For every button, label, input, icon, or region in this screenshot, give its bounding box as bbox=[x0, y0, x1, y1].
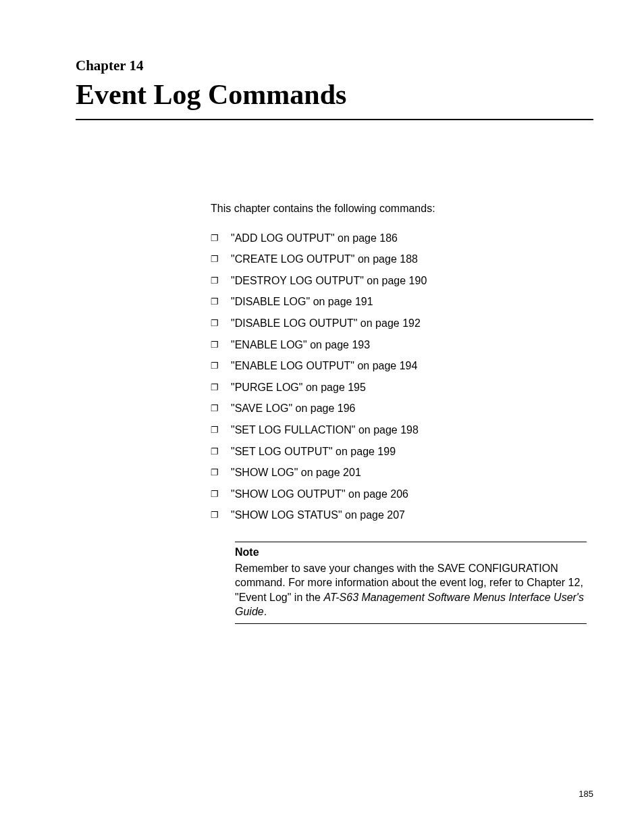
list-item: ❐"ENABLE LOG" on page 193 bbox=[211, 338, 593, 353]
document-page: Chapter 14 Event Log Commands This chapt… bbox=[0, 0, 644, 624]
list-text: "PURGE LOG" on page 195 bbox=[231, 382, 366, 393]
bullet-icon: ❐ bbox=[211, 382, 219, 394]
list-text: "ENABLE LOG OUTPUT" on page 194 bbox=[231, 360, 417, 371]
list-text: "ENABLE LOG" on page 193 bbox=[231, 339, 370, 350]
note-top-rule bbox=[235, 542, 587, 542]
note-body: Remember to save your changes with the S… bbox=[235, 561, 587, 619]
bullet-icon: ❐ bbox=[211, 467, 219, 479]
list-item: ❐"SET LOG OUTPUT" on page 199 bbox=[211, 444, 593, 459]
page-number: 185 bbox=[579, 789, 593, 799]
intro-text: This chapter contains the following comm… bbox=[211, 201, 593, 216]
list-text: "DISABLE LOG OUTPUT" on page 192 bbox=[231, 317, 421, 329]
bullet-icon: ❐ bbox=[211, 402, 219, 415]
list-text: "ADD LOG OUTPUT" on page 186 bbox=[231, 232, 398, 244]
bullet-icon: ❐ bbox=[211, 424, 219, 436]
list-text: "SAVE LOG" on page 196 bbox=[231, 402, 356, 414]
note-heading: Note bbox=[235, 545, 587, 560]
list-item: ❐"SHOW LOG OUTPUT" on page 206 bbox=[211, 487, 593, 502]
list-item: ❐"SHOW LOG STATUS" on page 207 bbox=[211, 508, 593, 523]
list-text: "SHOW LOG" on page 201 bbox=[231, 467, 361, 478]
bullet-icon: ❐ bbox=[211, 296, 219, 308]
list-item: ❐"SAVE LOG" on page 196 bbox=[211, 401, 593, 416]
note-box: Note Remember to save your changes with … bbox=[235, 542, 587, 624]
list-text: "SHOW LOG OUTPUT" on page 206 bbox=[231, 488, 408, 500]
list-item: ❐"DISABLE LOG OUTPUT" on page 192 bbox=[211, 316, 593, 331]
bullet-icon: ❐ bbox=[211, 232, 219, 244]
bullet-icon: ❐ bbox=[211, 275, 219, 287]
list-item: ❐"DESTROY LOG OUTPUT" on page 190 bbox=[211, 273, 593, 288]
list-item: ❐"CREATE LOG OUTPUT" on page 188 bbox=[211, 252, 593, 267]
bullet-icon: ❐ bbox=[211, 509, 219, 521]
title-rule bbox=[76, 119, 593, 120]
note-bottom-rule bbox=[235, 623, 587, 624]
bullet-icon: ❐ bbox=[211, 446, 219, 458]
list-item: ❐"SHOW LOG" on page 201 bbox=[211, 465, 593, 480]
list-text: "DESTROY LOG OUTPUT" on page 190 bbox=[231, 275, 427, 286]
content-block: This chapter contains the following comm… bbox=[211, 201, 593, 624]
bullet-icon: ❐ bbox=[211, 488, 219, 500]
list-item: ❐"SET LOG FULLACTION" on page 198 bbox=[211, 423, 593, 438]
list-item: ❐"DISABLE LOG" on page 191 bbox=[211, 294, 593, 309]
list-text: "SET LOG FULLACTION" on page 198 bbox=[231, 424, 419, 436]
list-text: "CREATE LOG OUTPUT" on page 188 bbox=[231, 253, 418, 265]
list-item: ❐"ENABLE LOG OUTPUT" on page 194 bbox=[211, 359, 593, 373]
list-text: "SHOW LOG STATUS" on page 207 bbox=[231, 509, 405, 521]
list-text: "SET LOG OUTPUT" on page 199 bbox=[231, 446, 396, 457]
chapter-title: Event Log Commands bbox=[76, 78, 593, 111]
note-after: . bbox=[264, 606, 267, 617]
bullet-icon: ❐ bbox=[211, 360, 219, 372]
command-list: ❐"ADD LOG OUTPUT" on page 186 ❐"CREATE L… bbox=[211, 231, 593, 523]
list-item: ❐"PURGE LOG" on page 195 bbox=[211, 380, 593, 395]
list-text: "DISABLE LOG" on page 191 bbox=[231, 296, 373, 307]
bullet-icon: ❐ bbox=[211, 317, 219, 330]
bullet-icon: ❐ bbox=[211, 253, 219, 265]
chapter-label: Chapter 14 bbox=[76, 57, 593, 74]
list-item: ❐"ADD LOG OUTPUT" on page 186 bbox=[211, 231, 593, 246]
bullet-icon: ❐ bbox=[211, 339, 219, 351]
